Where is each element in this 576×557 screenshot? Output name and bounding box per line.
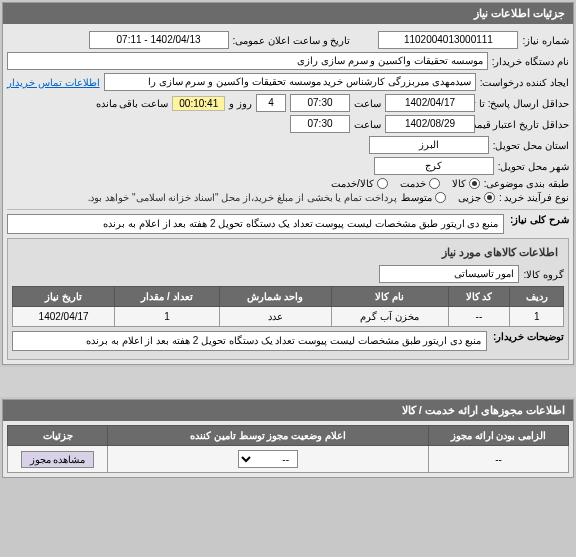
col-row: ردیف xyxy=(510,287,564,307)
permits-title: اطلاعات مجوزهای ارائه خدمت / کالا xyxy=(3,400,573,421)
permits-table: الزامی بودن ارائه مجوز اعلام وضعیت مجوز … xyxy=(7,425,569,473)
col-code: کد کالا xyxy=(448,287,510,307)
process-note: پرداخت تمام یا بخشی از مبلغ خرید،از محل … xyxy=(88,192,397,203)
radio-medium-label: متوسط xyxy=(401,192,432,203)
validity-time: 07:30 xyxy=(290,115,350,133)
radio-goods-label: کالا xyxy=(452,178,466,189)
contact-link[interactable]: اطلاعات تماس خریدار xyxy=(7,77,100,88)
day-label: روز و xyxy=(229,98,252,109)
radio-goods[interactable] xyxy=(469,178,480,189)
validity-date: 1402/08/29 xyxy=(385,115,475,133)
radio-service[interactable] xyxy=(429,178,440,189)
category-label: طبقه بندی موضوعی: xyxy=(484,178,569,189)
remain-label: ساعت باقی مانده xyxy=(96,98,169,109)
city-label: شهر محل تحویل: xyxy=(498,161,569,172)
col-unit: واحد شمارش xyxy=(219,287,331,307)
cell-details: مشاهده مجوز xyxy=(8,446,108,473)
permits-body: الزامی بودن ارائه مجوز اعلام وضعیت مجوز … xyxy=(3,421,573,477)
validity-label: حداقل تاریخ اعتبار قیمت: تا تاریخ: xyxy=(479,119,569,130)
spacer xyxy=(0,367,576,397)
panel-title: جزئیات اطلاعات نیاز xyxy=(3,3,573,24)
form-body: شماره نیاز: 1102004013000111 تاریخ و ساع… xyxy=(3,24,573,364)
countdown-timer: 00:10:41 xyxy=(172,96,225,111)
process-label: نوع فرآیند خرید : xyxy=(499,192,569,203)
col-name: نام کالا xyxy=(331,287,448,307)
goods-table: ردیف کد کالا نام کالا واحد شمارش تعداد /… xyxy=(12,286,564,327)
cell-mandatory: -- xyxy=(429,446,569,473)
need-no-label: شماره نیاز: xyxy=(522,35,569,46)
process-group: جزیی متوسط xyxy=(401,192,495,203)
need-no-value: 1102004013000111 xyxy=(378,31,518,49)
radio-medium[interactable] xyxy=(435,192,446,203)
radio-both[interactable] xyxy=(377,178,388,189)
buyer-desc-label: توضیحات خریدار: xyxy=(493,331,564,342)
col-date: تاریخ نیاز xyxy=(13,287,115,307)
buyer-desc-text: منبع دی اریتور طبق مشخصات لیست پیوست تعد… xyxy=(12,331,487,351)
view-permit-button[interactable]: مشاهده مجوز xyxy=(21,451,95,468)
cell-unit: عدد xyxy=(219,307,331,327)
days-num: 4 xyxy=(256,94,286,112)
goods-header: اطلاعات کالاهای مورد نیاز xyxy=(12,243,564,262)
permits-panel: اطلاعات مجوزهای ارائه خدمت / کالا الزامی… xyxy=(2,399,574,478)
creator-value: سیدمهدی میربزرگی کارشناس خرید موسسه تحقی… xyxy=(104,73,476,91)
radio-service-label: خدمت xyxy=(400,178,426,189)
group-value: امور تاسیساتی xyxy=(379,265,519,283)
deadline-label: حداقل ارسال پاسخ: تا تاریخ: xyxy=(479,98,569,109)
deadline-date: 1402/04/17 xyxy=(385,94,475,112)
col-details: جزئیات xyxy=(8,426,108,446)
goods-section: اطلاعات کالاهای مورد نیاز گروه کالا: امو… xyxy=(7,238,569,360)
need-details-panel: جزئیات اطلاعات نیاز شماره نیاز: 11020040… xyxy=(2,2,574,365)
creator-label: ایجاد کننده درخواست: xyxy=(480,77,569,88)
cell-code: -- xyxy=(448,307,510,327)
time-label-2: ساعت xyxy=(354,119,381,130)
category-group: کالا خدمت کالا/خدمت xyxy=(331,178,480,189)
buyer-value: موسسه تحقیقات واکسین و سرم سازی رازی xyxy=(7,52,488,70)
permits-row: -- -- مشاهده مجوز xyxy=(8,446,569,473)
status-select[interactable]: -- xyxy=(238,450,298,468)
cell-status: -- xyxy=(108,446,429,473)
desc-title: شرح کلی نیاز: xyxy=(510,214,569,225)
province-label: استان محل تحویل: xyxy=(493,140,569,151)
table-row: 1 -- مخزن آب گرم عدد 1 1402/04/17 xyxy=(13,307,564,327)
public-date-label: تاریخ و ساعت اعلان عمومی: xyxy=(233,35,351,46)
city-value: کرج xyxy=(374,157,494,175)
goods-header-row: ردیف کد کالا نام کالا واحد شمارش تعداد /… xyxy=(13,287,564,307)
group-label: گروه کالا: xyxy=(523,269,564,280)
deadline-time: 07:30 xyxy=(290,94,350,112)
cell-qty: 1 xyxy=(115,307,219,327)
col-status: اعلام وضعیت مجوز توسط تامین کننده xyxy=(108,426,429,446)
permits-header-row: الزامی بودن ارائه مجوز اعلام وضعیت مجوز … xyxy=(8,426,569,446)
col-qty: تعداد / مقدار xyxy=(115,287,219,307)
radio-minor[interactable] xyxy=(484,192,495,203)
radio-minor-label: جزیی xyxy=(458,192,481,203)
province-value: البرز xyxy=(369,136,489,154)
buyer-label: نام دستگاه خریدار: xyxy=(492,56,569,67)
time-label-1: ساعت xyxy=(354,98,381,109)
desc-text: منبع دی اریتور طبق مشخصات لیست پیوست تعد… xyxy=(7,214,504,234)
col-mandatory: الزامی بودن ارائه مجوز xyxy=(429,426,569,446)
public-date-value: 1402/04/13 - 07:11 xyxy=(89,31,229,49)
cell-row: 1 xyxy=(510,307,564,327)
radio-both-label: کالا/خدمت xyxy=(331,178,374,189)
cell-date: 1402/04/17 xyxy=(13,307,115,327)
cell-name: مخزن آب گرم xyxy=(331,307,448,327)
